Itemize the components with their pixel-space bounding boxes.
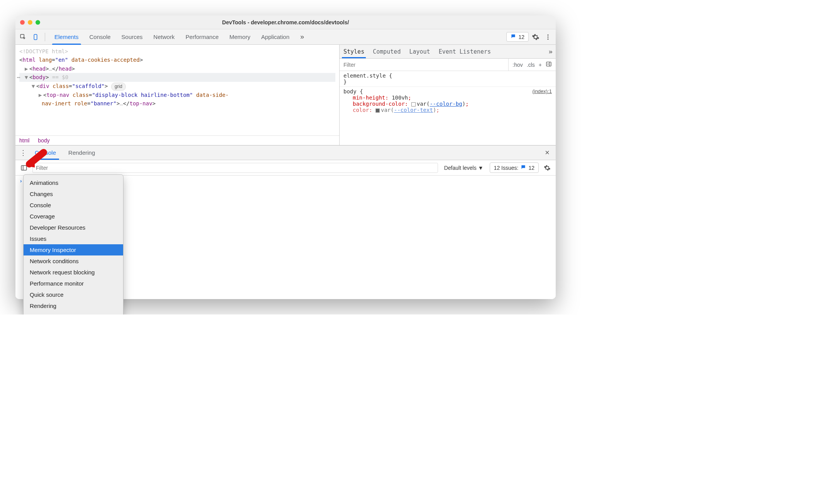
rule-source-link[interactable]: (index):1 bbox=[532, 88, 552, 94]
rule-selector[interactable]: body { bbox=[343, 88, 363, 95]
drawer-tabs: ⋮ Console Rendering × bbox=[15, 145, 556, 160]
console-filter-input[interactable] bbox=[32, 163, 438, 173]
window-title: DevTools - developer.chrome.com/docs/dev… bbox=[15, 19, 556, 25]
menu-item-changes[interactable]: Changes bbox=[24, 188, 123, 200]
dom-line-selected[interactable]: ▼<body> == $0 bbox=[19, 73, 335, 81]
svg-point-2 bbox=[548, 34, 549, 36]
more-icon[interactable] bbox=[543, 32, 553, 42]
more-tools-dropdown: Animations Changes Console Coverage Deve… bbox=[23, 174, 123, 315]
styles-pane: Styles Computed Layout Event Listeners »… bbox=[340, 45, 556, 145]
tabs-overflow-button[interactable]: » bbox=[295, 29, 309, 45]
breadcrumb-root[interactable]: html bbox=[19, 137, 29, 144]
issues-badge[interactable]: 12 bbox=[506, 32, 529, 42]
log-level-label: Default levels bbox=[444, 165, 477, 171]
dom-tree[interactable]: <!DOCTYPE html> <html lang="en" data-coo… bbox=[15, 45, 339, 135]
tab-application[interactable]: Application bbox=[256, 29, 295, 45]
titlebar: DevTools - developer.chrome.com/docs/dev… bbox=[15, 15, 556, 29]
styles-filter-input[interactable] bbox=[340, 62, 508, 68]
menu-item-animations[interactable]: Animations bbox=[24, 177, 123, 188]
grid-badge[interactable]: grid bbox=[111, 83, 126, 91]
dom-line[interactable]: ▶<top-nav class="display-block hairline-… bbox=[19, 91, 335, 99]
traffic-lights bbox=[20, 20, 40, 25]
svg-rect-7 bbox=[21, 166, 27, 170]
drawer-tab-rendering[interactable]: Rendering bbox=[63, 145, 100, 160]
menu-item-search[interactable]: Search bbox=[24, 311, 123, 315]
dom-line[interactable]: <html lang="en" data-cookies-accepted> bbox=[19, 56, 335, 64]
drawer-close-button[interactable]: × bbox=[542, 148, 553, 157]
tab-network[interactable]: Network bbox=[148, 29, 180, 45]
console-settings-icon[interactable] bbox=[542, 162, 553, 173]
menu-item-issues[interactable]: Issues bbox=[24, 233, 123, 244]
sidebar-toggle-icon[interactable] bbox=[546, 61, 552, 68]
dom-line[interactable]: <!DOCTYPE html> bbox=[19, 47, 335, 56]
rule-block[interactable]: (index):1 body { bbox=[343, 88, 552, 95]
chat-icon bbox=[511, 34, 516, 40]
main-tabs: Elements Console Sources Network Perform… bbox=[49, 29, 505, 45]
styles-tab-computed[interactable]: Computed bbox=[372, 45, 401, 58]
main-toolbar: Elements Console Sources Network Perform… bbox=[15, 29, 556, 45]
minimize-window-button[interactable] bbox=[28, 20, 32, 25]
tab-sources[interactable]: Sources bbox=[116, 29, 148, 45]
tab-performance[interactable]: Performance bbox=[180, 29, 224, 45]
menu-item-developer-resources[interactable]: Developer Resources bbox=[24, 222, 123, 233]
menu-item-coverage[interactable]: Coverage bbox=[24, 211, 123, 222]
console-toolbar: Default levels ▼ 12 Issues: 12 bbox=[15, 160, 556, 176]
issues-count: 12 bbox=[528, 165, 534, 171]
drawer-tab-console[interactable]: Console bbox=[29, 145, 61, 160]
styles-tab-styles[interactable]: Styles bbox=[343, 45, 365, 58]
breadcrumb[interactable]: html body bbox=[15, 135, 339, 145]
tab-elements[interactable]: Elements bbox=[49, 29, 84, 45]
menu-item-memory-inspector[interactable]: Memory Inspector bbox=[24, 244, 123, 255]
hov-toggle[interactable]: :hov bbox=[512, 62, 523, 68]
menu-item-quick-source[interactable]: Quick source bbox=[24, 289, 123, 300]
css-prop[interactable]: color: var(--color-text); bbox=[343, 107, 552, 113]
breadcrumb-leaf[interactable]: body bbox=[38, 137, 49, 144]
svg-rect-1 bbox=[34, 34, 37, 40]
menu-item-performance-monitor[interactable]: Performance monitor bbox=[24, 278, 123, 289]
rule-selector[interactable]: element.style { bbox=[343, 73, 552, 79]
dom-line[interactable]: ▶<head>…</head> bbox=[19, 64, 335, 73]
styles-filter-row: :hov .cls + bbox=[340, 59, 556, 71]
dom-line[interactable]: nav-inert role="banner">…</top-nav> bbox=[19, 99, 335, 108]
svg-rect-5 bbox=[546, 62, 551, 66]
styles-tab-event-listeners[interactable]: Event Listeners bbox=[438, 45, 492, 58]
separator bbox=[45, 33, 45, 41]
tab-console[interactable]: Console bbox=[84, 29, 116, 45]
css-prop[interactable]: background-color: var(--color-bg); bbox=[343, 101, 552, 107]
console-prompt-caret: › bbox=[19, 178, 22, 184]
drawer-more-tools-button[interactable]: ⋮ bbox=[19, 149, 28, 157]
new-style-rule-button[interactable]: + bbox=[539, 62, 542, 68]
dom-line[interactable]: ▼<div class="scaffold"> grid bbox=[19, 82, 335, 91]
styles-tab-layout[interactable]: Layout bbox=[408, 45, 431, 58]
device-toggle-icon[interactable] bbox=[30, 32, 41, 42]
css-prop[interactable]: min-height: 100vh; bbox=[343, 95, 552, 101]
styles-tabs: Styles Computed Layout Event Listeners » bbox=[340, 45, 556, 59]
devtools-window: DevTools - developer.chrome.com/docs/dev… bbox=[15, 15, 556, 299]
menu-item-network-request-blocking[interactable]: Network request blocking bbox=[24, 267, 123, 278]
issues-count: 12 bbox=[518, 34, 524, 40]
cls-toggle[interactable]: .cls bbox=[527, 62, 535, 68]
chevron-down-icon: ▼ bbox=[478, 165, 484, 171]
inspect-element-icon[interactable] bbox=[18, 32, 29, 42]
chat-icon bbox=[521, 164, 526, 171]
rule-close: } bbox=[343, 79, 552, 85]
styles-tabs-overflow[interactable]: » bbox=[548, 47, 553, 56]
svg-point-3 bbox=[548, 36, 549, 37]
styles-rules[interactable]: element.style { } (index):1 body { min-h… bbox=[340, 71, 556, 115]
dom-pane: <!DOCTYPE html> <html lang="en" data-coo… bbox=[15, 45, 340, 145]
log-level-select[interactable]: Default levels ▼ bbox=[441, 163, 487, 173]
menu-item-console[interactable]: Console bbox=[24, 200, 123, 211]
console-issues-chip[interactable]: 12 Issues: 12 bbox=[490, 162, 539, 173]
menu-item-rendering[interactable]: Rendering bbox=[24, 300, 123, 311]
issues-label: 12 Issues: bbox=[494, 165, 519, 171]
console-sidebar-toggle-icon[interactable] bbox=[19, 162, 29, 173]
zoom-window-button[interactable] bbox=[36, 20, 40, 25]
elements-panel: <!DOCTYPE html> <html lang="en" data-coo… bbox=[15, 45, 556, 145]
svg-point-4 bbox=[548, 38, 549, 39]
menu-item-network-conditions[interactable]: Network conditions bbox=[24, 255, 123, 267]
tab-memory[interactable]: Memory bbox=[224, 29, 256, 45]
close-window-button[interactable] bbox=[20, 20, 25, 25]
settings-icon[interactable] bbox=[530, 32, 541, 42]
